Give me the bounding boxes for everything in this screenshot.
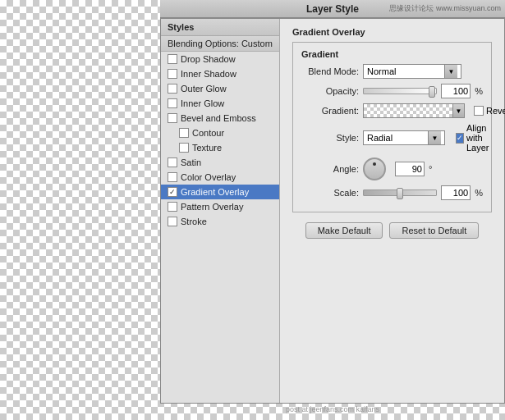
sidebar-item-satin[interactable]: Satin (161, 155, 279, 170)
contour-checkbox[interactable] (179, 128, 189, 138)
scale-label: Scale: (301, 188, 359, 198)
sidebar-item-pattern-overlay[interactable]: Pattern Overlay (161, 199, 279, 214)
blend-mode-arrow[interactable]: ▼ (444, 65, 457, 78)
gradient-overlay-label: Gradient Overlay (181, 187, 249, 197)
opacity-label: Opacity: (301, 86, 359, 96)
sidebar-item-stroke[interactable]: Stroke (161, 214, 279, 229)
angle-knob[interactable] (363, 158, 386, 180)
sidebar-item-contour[interactable]: Contour (161, 126, 279, 140)
scale-thumb[interactable] (397, 188, 403, 199)
angle-indicator (373, 162, 376, 166)
bevel-emboss-checkbox[interactable] (168, 113, 177, 123)
styles-list: Blending Options: Custom Drop Shadow Inn… (161, 36, 279, 229)
styles-panel: Styles Blending Options: Custom Drop Sha… (161, 19, 280, 403)
watermark-bottom: post at jeenfans.com kaifans (160, 405, 505, 413)
reset-default-button[interactable]: Reset to Default (389, 222, 479, 239)
sidebar-item-drop-shadow[interactable]: Drop Shadow (161, 52, 279, 66)
gradient-overlay-checkbox[interactable] (168, 187, 177, 197)
scale-slider[interactable] (363, 189, 437, 196)
title-bar: Layer Style 思缘设计论坛 www.missyuan.com (160, 0, 505, 18)
color-overlay-checkbox[interactable] (168, 172, 177, 182)
sidebar-item-gradient-overlay[interactable]: Gradient Overlay (161, 185, 279, 199)
gradient-subsection-title: Gradient (301, 49, 483, 59)
inner-shadow-label: Inner Shadow (181, 69, 236, 79)
blend-mode-row: Blend Mode: Normal ▼ (301, 64, 483, 79)
scale-value[interactable]: 100 (441, 185, 471, 200)
blend-mode-dropdown[interactable]: Normal ▼ (363, 64, 461, 79)
sidebar-item-color-overlay[interactable]: Color Overlay (161, 170, 279, 185)
align-layer-container: ✓ Align with Layer (456, 123, 492, 153)
contour-label: Contour (192, 128, 224, 138)
sidebar-item-bevel-emboss[interactable]: Bevel and Emboss (161, 111, 279, 126)
satin-checkbox[interactable] (168, 158, 177, 167)
opacity-value[interactable]: 100 (441, 84, 471, 98)
blending-label: Blending Options: Custom (168, 39, 273, 48)
sidebar-item-inner-glow[interactable]: Inner Glow (161, 96, 279, 111)
styles-panel-header: Styles (161, 19, 279, 36)
align-layer-checkbox[interactable]: ✓ (456, 133, 464, 144)
scale-row: Scale: 100 % (301, 185, 483, 200)
texture-checkbox[interactable] (179, 143, 189, 153)
inner-glow-checkbox[interactable] (168, 98, 177, 108)
reverse-checkbox-container: Reverse (474, 106, 505, 116)
style-label: Style: (301, 133, 359, 143)
blend-mode-label: Blend Mode: (301, 66, 359, 76)
color-overlay-label: Color Overlay (181, 172, 236, 182)
watermark-top: 思缘设计论坛 www.missyuan.com (389, 3, 501, 14)
sidebar-item-outer-glow[interactable]: Outer Glow (161, 81, 279, 96)
scale-unit: % (475, 188, 483, 198)
gradient-section-box: Gradient Blend Mode: Normal ▼ Opacity: 1… (292, 42, 492, 212)
gradient-row: Gradient: ▼ Reverse (301, 103, 483, 118)
opacity-unit: % (475, 86, 483, 96)
gradient-label: Gradient: (301, 106, 359, 116)
outer-glow-checkbox[interactable] (168, 84, 177, 94)
style-arrow[interactable]: ▼ (428, 131, 441, 144)
gradient-preview-container: ▼ (363, 103, 465, 118)
texture-label: Texture (192, 143, 222, 153)
inner-shadow-checkbox[interactable] (168, 69, 177, 79)
reverse-checkbox[interactable] (474, 106, 484, 116)
window-title: Layer Style (306, 3, 359, 15)
inner-glow-label: Inner Glow (181, 98, 224, 108)
opacity-thumb[interactable] (429, 86, 435, 98)
section-title: Gradient Overlay (292, 27, 492, 37)
style-value: Radial (367, 133, 428, 143)
satin-label: Satin (181, 158, 201, 167)
pattern-overlay-checkbox[interactable] (168, 202, 177, 212)
stroke-checkbox[interactable] (168, 217, 177, 226)
style-dropdown[interactable]: Radial ▼ (363, 130, 445, 145)
bevel-emboss-label: Bevel and Emboss (181, 113, 256, 123)
style-row: Style: Radial ▼ ✓ Align with Layer (301, 123, 483, 153)
gradient-preview[interactable] (363, 103, 453, 118)
angle-value[interactable]: 90 (395, 162, 425, 176)
angle-row: Angle: 90 ° (301, 158, 483, 180)
opacity-slider[interactable] (363, 88, 437, 94)
make-default-button[interactable]: Make Default (305, 222, 383, 239)
layer-style-dialog: Styles Blending Options: Custom Drop Sha… (160, 18, 505, 404)
angle-label: Angle: (301, 164, 359, 174)
reverse-label[interactable]: Reverse (474, 106, 505, 116)
gradient-dropdown-arrow[interactable]: ▼ (453, 103, 465, 118)
sidebar-item-inner-shadow[interactable]: Inner Shadow (161, 66, 279, 81)
angle-unit: ° (429, 164, 432, 174)
sidebar-item-blending[interactable]: Blending Options: Custom (161, 36, 279, 52)
sidebar-item-texture[interactable]: Texture (161, 140, 279, 155)
blend-mode-value: Normal (367, 66, 444, 76)
button-row: Make Default Reset to Default (292, 222, 492, 239)
align-layer-label[interactable]: ✓ Align with Layer (456, 123, 492, 153)
opacity-row: Opacity: 100 % (301, 84, 483, 98)
drop-shadow-label: Drop Shadow (181, 54, 236, 64)
drop-shadow-checkbox[interactable] (168, 54, 177, 64)
outer-glow-label: Outer Glow (181, 84, 227, 94)
pattern-overlay-label: Pattern Overlay (181, 202, 243, 212)
settings-panel: Gradient Overlay Gradient Blend Mode: No… (280, 19, 504, 403)
stroke-label: Stroke (181, 217, 207, 226)
